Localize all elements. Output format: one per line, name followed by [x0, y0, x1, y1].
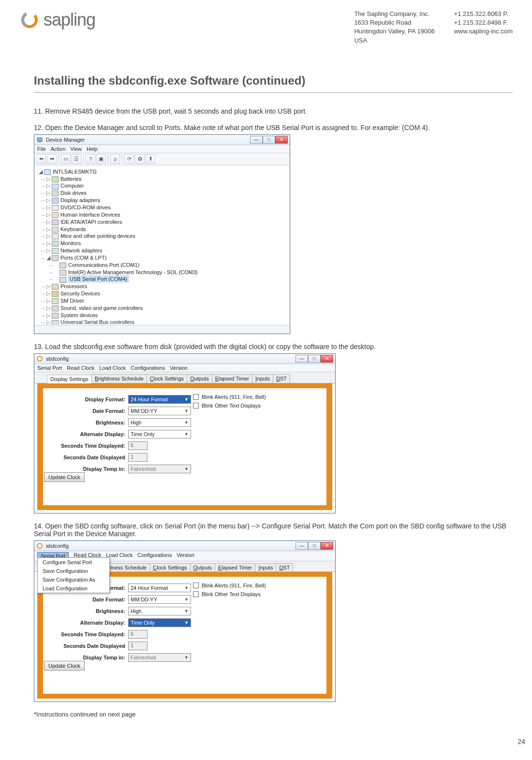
field-sec-time[interactable]: 5 [128, 441, 148, 450]
forward-icon[interactable]: ➡ [47, 154, 57, 164]
checkbox-blink-alerts[interactable] [193, 583, 199, 588]
tree-node[interactable]: IDE ATA/ATAPI controllers [60, 219, 122, 225]
titlebar[interactable]: sbdconfig — □ ✕ [34, 541, 335, 551]
tabstrip[interactable]: Display Settings Brightness Schedule Clo… [34, 372, 335, 383]
menu-action[interactable]: Action [51, 146, 66, 152]
field-alt-display[interactable]: Time Only▼ [128, 618, 191, 627]
help-icon[interactable]: ? [86, 154, 95, 164]
tree-node[interactable]: Processors [60, 283, 87, 289]
tree-node[interactable]: Display adapters [60, 197, 100, 203]
properties-icon[interactable]: ☰ [72, 154, 81, 164]
field-alt-display[interactable]: Time Only▼ [128, 430, 191, 438]
tab-dst[interactable]: DST [273, 374, 290, 383]
tree-node[interactable]: Disk drives [60, 190, 87, 196]
menu-item-save-config-as[interactable]: Save Configuration As [38, 575, 109, 584]
tree-root[interactable]: INTLSALESMKTG [53, 169, 97, 175]
menu-item-configure-serial[interactable]: Configure Serial Port [38, 558, 109, 567]
tree-node[interactable]: Keyboards [60, 226, 86, 232]
field-sec-date[interactable]: 1 [128, 642, 148, 650]
update-icon[interactable]: ⟳ [124, 154, 134, 164]
menu-view[interactable]: View [70, 146, 82, 152]
back-icon[interactable]: ⬅ [36, 154, 46, 164]
tree-node[interactable]: Batteries [60, 176, 81, 182]
tab-dst[interactable]: DST [276, 563, 293, 571]
tab-outputs[interactable]: Outputs [190, 563, 216, 571]
tab-display-settings[interactable]: Display Settings [47, 375, 92, 383]
dm-menubar[interactable]: File Action View Help [34, 145, 290, 153]
minimize-button[interactable]: — [296, 542, 308, 550]
titlebar[interactable]: sbdconfig — □ ✕ [34, 354, 335, 364]
tree-node[interactable]: SM Driver [60, 298, 84, 304]
field-display-format[interactable]: 24 Hour Format▼ [128, 395, 191, 404]
tree-node[interactable]: Monitors [60, 240, 81, 246]
field-temp[interactable]: Fahrenheit▼ [128, 653, 191, 662]
tab-brightness-schedule[interactable]: Brightness Schedule [91, 374, 147, 383]
maximize-button[interactable]: □ [308, 355, 321, 363]
menu-version[interactable]: Version [177, 552, 194, 560]
tree-node[interactable]: System devices [60, 312, 98, 318]
minimize-button[interactable]: — [250, 136, 263, 144]
enable-icon[interactable]: ⬆ [146, 154, 155, 164]
checkbox-blink-other[interactable] [193, 591, 199, 597]
tree-leaf[interactable]: Communications Port (COM1) [68, 262, 139, 268]
menu-help[interactable]: Help [87, 146, 98, 152]
tab-outputs[interactable]: Outputs [187, 374, 212, 383]
tab-inputs[interactable]: Inputs [255, 563, 276, 571]
titlebar[interactable]: Device Manager — □ ✕ [34, 135, 290, 145]
close-button[interactable]: ✕ [321, 355, 333, 363]
menu-serial-port[interactable]: Serial Port [37, 365, 62, 371]
tree-node[interactable]: Mice and other pointing devices [60, 233, 135, 239]
field-brightness[interactable]: High▼ [128, 607, 191, 615]
maximize-button[interactable]: □ [263, 136, 275, 144]
tab-elapsed-timer[interactable]: Elapsed Timer [215, 563, 255, 571]
serial-port-dropdown[interactable]: Configure Serial Port Save Configuration… [37, 557, 110, 593]
show-hidden-icon[interactable]: ▭ [61, 154, 71, 164]
svg-rect-3 [38, 142, 41, 142]
menu-configurations[interactable]: Configurations [131, 365, 165, 371]
menu-load-clock[interactable]: Load Clock [106, 552, 133, 560]
tree-node[interactable]: DVD/CD-ROM drives [60, 205, 111, 210]
field-date-format[interactable]: MM:DD:YY▼ [128, 407, 191, 415]
menu-file[interactable]: File [37, 146, 46, 152]
tree-node-ports[interactable]: Ports (COM & LPT) [60, 255, 106, 261]
field-sec-time[interactable]: 5 [128, 630, 148, 639]
tree-leaf[interactable]: Intel(R) Active Management Technology - … [68, 269, 198, 275]
tree-node[interactable]: Human Interface Devices [60, 212, 120, 218]
tree-node[interactable]: Universal Serial Bus controllers [60, 319, 134, 324]
tree-node[interactable]: Network adapters [60, 248, 102, 253]
device-tree[interactable]: ◢INTLSALESMKTG ▷Batteries ▷Computer ▷Dis… [38, 168, 286, 325]
sbd-menubar[interactable]: Serial Port Read Clock Load Clock Config… [34, 364, 335, 372]
field-date-format[interactable]: MM:DD:YY▼ [128, 595, 191, 604]
legacy-icon[interactable]: ✿ [135, 154, 145, 164]
tab-inputs[interactable]: Inputs [252, 374, 273, 383]
close-button[interactable]: ✕ [275, 136, 288, 144]
tree-node[interactable]: Security Devices [60, 291, 100, 296]
tab-brightness-schedule-partial[interactable]: tness Schedule [107, 563, 150, 571]
tree-leaf-selected[interactable]: USB Serial Port (COM4) [68, 276, 129, 282]
uninstall-icon[interactable]: ⎚ [110, 154, 120, 164]
menu-read-clock[interactable]: Read Clock [67, 365, 94, 371]
tab-elapsed-timer[interactable]: Elapsed Timer [212, 374, 252, 383]
close-button[interactable]: ✕ [321, 542, 333, 550]
checkbox-blink-alerts[interactable] [193, 394, 199, 400]
update-clock-button[interactable]: Update Clock [44, 472, 85, 482]
field-sec-date[interactable]: 1 [128, 453, 148, 462]
menu-load-clock[interactable]: Load Clock [99, 365, 126, 371]
menu-configurations[interactable]: Configurations [137, 552, 172, 560]
processor-icon [52, 284, 59, 290]
tree-node[interactable]: Computer [60, 183, 84, 189]
minimize-button[interactable]: — [296, 355, 308, 363]
field-display-format[interactable]: 24 Hour Format▼ [128, 584, 191, 592]
tree-node[interactable]: Sound, video and game controllers [60, 305, 143, 311]
menu-item-save-config[interactable]: Save Configuration [38, 567, 109, 575]
scan-icon[interactable]: ▣ [96, 154, 106, 164]
field-temp[interactable]: Fahrenheit▼ [128, 465, 191, 473]
checkbox-blink-other[interactable] [193, 403, 199, 409]
maximize-button[interactable]: □ [308, 542, 321, 550]
field-brightness[interactable]: High▼ [128, 418, 191, 427]
update-clock-button[interactable]: Update Clock [44, 661, 85, 671]
menu-version[interactable]: Version [170, 365, 188, 371]
menu-item-load-config[interactable]: Load Configuration [38, 584, 109, 593]
tab-clock-settings[interactable]: Clock Settings [149, 563, 190, 571]
tab-clock-settings[interactable]: Clock Settings [147, 374, 187, 383]
